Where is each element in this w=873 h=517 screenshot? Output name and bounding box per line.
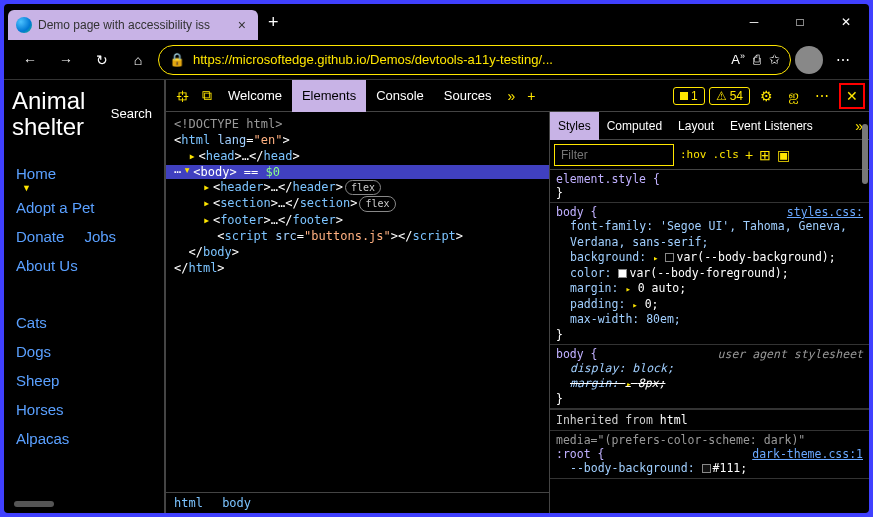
maximize-button[interactable]: □ xyxy=(777,6,823,38)
crumb-body[interactable]: body xyxy=(222,496,251,510)
settings-icon[interactable]: ⚙ xyxy=(754,88,779,104)
dom-doctype[interactable]: <!DOCTYPE html> xyxy=(174,116,541,132)
style-rules[interactable]: element.style { } body {styles.css: font… xyxy=(550,170,869,513)
dom-body-close[interactable]: </body> xyxy=(174,244,541,260)
nav-sheep[interactable]: Sheep xyxy=(12,366,156,395)
menu-button[interactable]: ⋯ xyxy=(827,44,859,76)
dom-breadcrumb: html body xyxy=(166,492,549,513)
dom-footer[interactable]: ▸<footer>…</footer> xyxy=(174,212,541,228)
more-icon[interactable]: ⋯ xyxy=(809,88,835,104)
rule-body[interactable]: body {styles.css: font-family: 'Segoe UI… xyxy=(550,203,869,345)
horizontal-scrollbar[interactable] xyxy=(14,501,54,507)
device-toggle-icon[interactable]: ⧉ xyxy=(196,87,218,104)
styles-tab-layout[interactable]: Layout xyxy=(670,112,722,140)
translate-icon[interactable]: ⎙ xyxy=(753,52,761,67)
inherited-from: Inherited from html xyxy=(550,409,869,431)
nav-jobs[interactable]: Jobs xyxy=(80,222,120,251)
dom-script[interactable]: <script src="buttons.js"></script> xyxy=(174,228,541,244)
home-button[interactable]: ⌂ xyxy=(122,44,154,76)
tab-welcome[interactable]: Welcome xyxy=(218,80,292,112)
add-tab-icon[interactable]: + xyxy=(521,88,541,104)
browser-tab[interactable]: Demo page with accessibility iss × xyxy=(8,10,258,40)
nav-cats[interactable]: Cats xyxy=(12,308,156,337)
tab-elements[interactable]: Elements xyxy=(292,80,366,112)
profile-avatar[interactable] xyxy=(795,46,823,74)
refresh-button[interactable]: ↻ xyxy=(86,44,118,76)
rule-element-style[interactable]: element.style { } xyxy=(550,170,869,203)
inspect-icon[interactable]: ⯐ xyxy=(170,88,196,104)
dom-html-open[interactable]: <html lang="en"> xyxy=(174,132,541,148)
nav-adopt[interactable]: Adopt a Pet xyxy=(12,193,156,222)
nav-horses[interactable]: Horses xyxy=(12,395,156,424)
search-label: Search xyxy=(111,106,152,121)
close-tab-icon[interactable]: × xyxy=(234,17,250,33)
webpage-content: Animal shelter Search Home ▼ Adopt a Pet… xyxy=(4,80,164,513)
warnings-badge[interactable]: ⚠54 xyxy=(709,87,750,105)
minimize-button[interactable]: ─ xyxy=(731,6,777,38)
nav-about[interactable]: About Us xyxy=(12,251,156,280)
devtools-panel: ⯐ ⧉ Welcome Elements Console Sources » +… xyxy=(164,80,869,513)
styles-tab-styles[interactable]: Styles xyxy=(550,112,599,140)
active-indicator-icon: ▼ xyxy=(22,183,156,193)
crumb-html[interactable]: html xyxy=(174,496,203,510)
dom-html-close[interactable]: </html> xyxy=(174,260,541,276)
styles-pane: Styles Computed Layout Event Listeners »… xyxy=(549,112,869,513)
tab-title: Demo page with accessibility iss xyxy=(38,18,234,32)
back-button[interactable]: ← xyxy=(14,44,46,76)
devtools-tabs: ⯐ ⧉ Welcome Elements Console Sources » +… xyxy=(166,80,869,112)
more-tabs-icon[interactable]: » xyxy=(502,88,522,104)
rule-body-ua[interactable]: body {user agent stylesheet display: blo… xyxy=(550,345,869,409)
reader-mode-icon[interactable]: A» xyxy=(731,51,745,67)
nav-donate[interactable]: Donate xyxy=(12,222,68,251)
errors-badge[interactable]: 1 xyxy=(673,87,705,105)
dom-body-selected[interactable]: ⋯▸<body> == $0 xyxy=(166,165,549,179)
browser-toolbar: ← → ↻ ⌂ 🔒 https://microsoftedge.github.i… xyxy=(4,40,869,80)
new-rule-icon[interactable]: + xyxy=(745,147,753,163)
styles-tab-events[interactable]: Event Listeners xyxy=(722,112,821,140)
computed-toggle-icon[interactable]: ▣ xyxy=(777,147,790,163)
hov-toggle[interactable]: :hov xyxy=(680,148,707,161)
dom-head[interactable]: ▸<head>…</head> xyxy=(174,148,541,164)
forward-button[interactable]: → xyxy=(50,44,82,76)
new-tab-button[interactable]: + xyxy=(258,12,289,33)
cls-toggle[interactable]: .cls xyxy=(713,148,740,161)
dom-header[interactable]: ▸<header>…</header>flex xyxy=(174,179,541,196)
tab-sources[interactable]: Sources xyxy=(434,80,502,112)
nav-dogs[interactable]: Dogs xyxy=(12,337,156,366)
favorite-icon[interactable]: ✩ xyxy=(769,52,780,67)
edge-favicon xyxy=(16,17,32,33)
flexbox-overlay-icon[interactable]: ⊞ xyxy=(759,147,771,163)
styles-scrollbar[interactable] xyxy=(862,170,868,184)
rule-root[interactable]: media="(prefers-color-scheme: dark)" :ro… xyxy=(550,431,869,480)
url-text: https://microsoftedge.github.io/Demos/de… xyxy=(193,52,723,67)
tab-console[interactable]: Console xyxy=(366,80,434,112)
address-bar[interactable]: 🔒 https://microsoftedge.github.io/Demos/… xyxy=(158,45,791,75)
nav-alpacas[interactable]: Alpacas xyxy=(12,424,156,453)
styles-filter-input[interactable] xyxy=(554,144,674,166)
stylesheet-link[interactable]: styles.css: xyxy=(787,205,863,219)
dom-tree[interactable]: <!DOCTYPE html> <html lang="en"> ▸<head>… xyxy=(166,112,549,513)
close-devtools-button[interactable]: ✕ xyxy=(839,83,865,109)
titlebar: Demo page with accessibility iss × + ─ □… xyxy=(4,4,869,40)
lock-icon[interactable]: 🔒 xyxy=(169,52,185,67)
close-window-button[interactable]: ✕ xyxy=(823,6,869,38)
issues-icon[interactable]: ஐ xyxy=(783,87,805,104)
dark-theme-link[interactable]: dark-theme.css:1 xyxy=(752,447,863,461)
dom-section[interactable]: ▸<section>…</section>flex xyxy=(174,195,541,212)
styles-tab-computed[interactable]: Computed xyxy=(599,112,670,140)
